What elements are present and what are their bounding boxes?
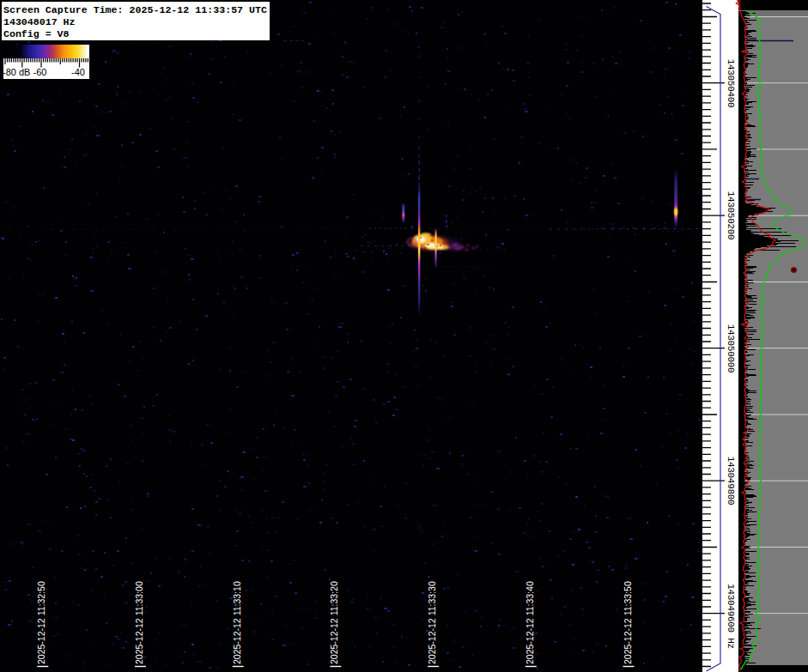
svg-text:-80 dB -60: -80 dB -60 bbox=[3, 67, 46, 77]
svg-text:2025-12-12 11:33:30: 2025-12-12 11:33:30 bbox=[427, 581, 437, 664]
svg-text:2025-12-12 11:33:10: 2025-12-12 11:33:10 bbox=[232, 581, 242, 664]
svg-text:2025-12-12 11:33:40: 2025-12-12 11:33:40 bbox=[525, 581, 535, 664]
svg-text:2025-12-12 11:32:50: 2025-12-12 11:32:50 bbox=[36, 581, 46, 664]
svg-text:143050200: 143050200 bbox=[726, 191, 736, 240]
svg-text:143050400: 143050400 bbox=[726, 59, 736, 108]
svg-text:2025-12-12 11:33:20: 2025-12-12 11:33:20 bbox=[329, 581, 339, 664]
svg-text:143049600 Hz: 143049600 Hz bbox=[726, 584, 736, 649]
svg-text:Screen Capture Time: 2025-12-1: Screen Capture Time: 2025-12-12 11:33:57… bbox=[3, 4, 267, 15]
svg-text:Config = V8: Config = V8 bbox=[3, 28, 70, 39]
svg-text:143049800: 143049800 bbox=[726, 457, 736, 506]
svg-text:143048017 Hz: 143048017 Hz bbox=[3, 16, 76, 27]
svg-text:-40: -40 bbox=[71, 67, 85, 77]
svg-text:2025-12-12 11:33:00: 2025-12-12 11:33:00 bbox=[134, 581, 144, 664]
svg-text:143050000: 143050000 bbox=[726, 324, 736, 373]
svg-text:2025-12-12 11:33:50: 2025-12-12 11:33:50 bbox=[623, 581, 633, 664]
